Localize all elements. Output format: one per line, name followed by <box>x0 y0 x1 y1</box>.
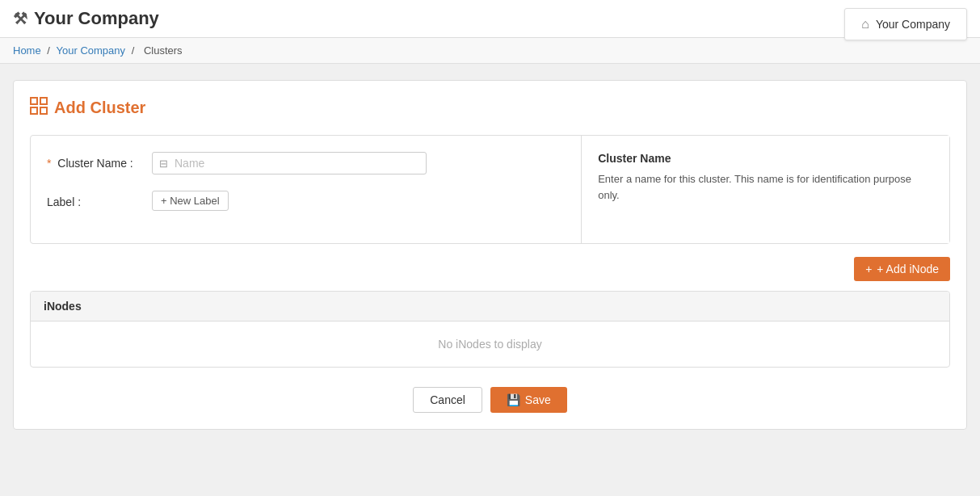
breadcrumb-current: Clusters <box>144 44 183 57</box>
app-title: ⚒ Your Company <box>13 8 159 29</box>
inodes-header: iNodes <box>31 292 949 322</box>
inodes-body: No iNodes to display <box>31 322 949 367</box>
home-icon: ⌂ <box>861 17 869 32</box>
top-right-widget[interactable]: ⌂ Your Company <box>844 8 967 40</box>
cluster-icon <box>30 97 48 119</box>
inodes-empty-message: No iNodes to display <box>438 338 541 351</box>
add-inode-row: + + Add iNode <box>30 257 950 281</box>
cluster-name-input-wrapper: ⊟ <box>152 152 427 174</box>
save-label: Save <box>525 393 551 406</box>
action-buttons: Cancel 💾 Save <box>30 384 950 413</box>
form-card: Add Cluster * Cluster Name : ⊟ <box>13 80 967 430</box>
page-title: Add Cluster <box>30 97 950 119</box>
breadcrumb-sep-1: / <box>47 44 53 57</box>
svg-rect-3 <box>40 107 47 114</box>
svg-rect-2 <box>31 107 37 114</box>
top-right-company-name: Your Company <box>876 18 950 31</box>
save-button[interactable]: 💾 Save <box>490 387 567 413</box>
label-label: Label : <box>47 191 152 208</box>
top-bar: ⚒ Your Company <box>0 0 980 38</box>
add-inode-label: + Add iNode <box>877 263 939 275</box>
breadcrumb-company[interactable]: Your Company <box>57 44 126 57</box>
help-title: Cluster Name <box>598 152 933 165</box>
app-title-text: Your Company <box>34 8 159 29</box>
cluster-name-input[interactable] <box>175 157 419 170</box>
help-text: Enter a name for this cluster. This name… <box>598 171 933 203</box>
form-right: Cluster Name Enter a name for this clust… <box>582 136 949 243</box>
add-inode-button[interactable]: + + Add iNode <box>854 257 950 281</box>
add-inode-icon: + <box>865 263 872 275</box>
breadcrumb-home[interactable]: Home <box>13 44 41 57</box>
form-left: * Cluster Name : ⊟ Label : + New Label <box>31 136 582 243</box>
cluster-name-row: * Cluster Name : ⊟ <box>47 152 565 174</box>
cluster-name-label: * Cluster Name : <box>47 152 152 170</box>
breadcrumb: Home / Your Company / Clusters <box>0 38 980 64</box>
inodes-section: iNodes No iNodes to display <box>30 291 950 368</box>
breadcrumb-sep-2: / <box>132 44 137 57</box>
company-icon: ⚒ <box>13 9 27 28</box>
page-title-text: Add Cluster <box>54 99 145 117</box>
save-icon: 💾 <box>507 393 520 406</box>
required-star: * <box>47 157 51 170</box>
name-field-icon: ⊟ <box>159 158 168 170</box>
label-row: Label : + New Label <box>47 191 565 211</box>
main-content: Add Cluster * Cluster Name : ⊟ <box>0 64 980 446</box>
svg-rect-1 <box>40 98 47 104</box>
cancel-button[interactable]: Cancel <box>413 387 482 413</box>
svg-rect-0 <box>31 98 37 104</box>
new-label-button[interactable]: + New Label <box>152 191 229 211</box>
form-section: * Cluster Name : ⊟ Label : + New Label <box>30 135 950 244</box>
